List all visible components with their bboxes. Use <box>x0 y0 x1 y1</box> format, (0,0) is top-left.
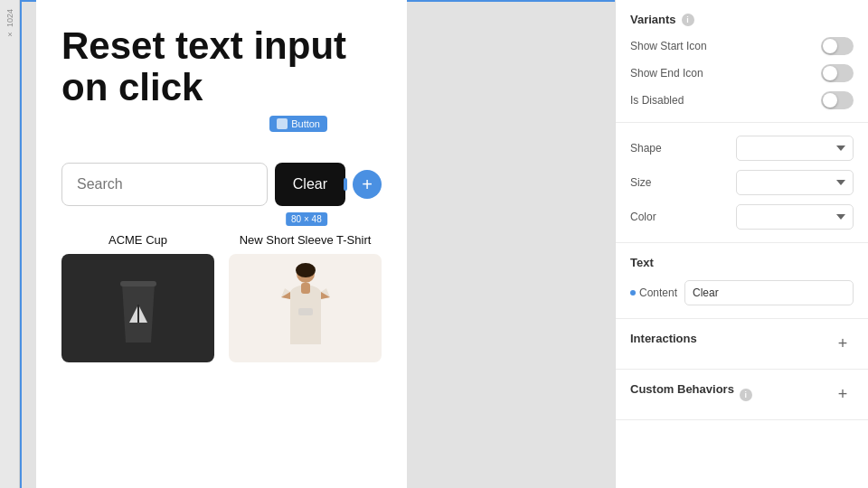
right-panel: Variants i Show Start Icon Show End Icon… <box>615 0 868 488</box>
canvas-area: × 1024 Reset text input on click Button <box>0 0 615 488</box>
custom-behaviors-section: Custom Behaviors i + <box>616 370 868 420</box>
interactions-title: Interactions <box>630 332 697 345</box>
content-dot <box>630 290 636 296</box>
resize-handle-right[interactable] <box>344 178 347 191</box>
color-row: Color <box>630 204 854 230</box>
tshirt-svg <box>274 263 337 353</box>
product-name-cup: ACME Cup <box>61 233 214 247</box>
product-card-tshirt: New Short Sleeve T-Shirt <box>229 233 382 362</box>
shape-label: Shape <box>630 142 662 155</box>
cup-svg <box>111 270 165 347</box>
is-disabled-row: Is Disabled <box>630 91 854 109</box>
search-row: Button Clear 80 × 48 + <box>61 163 382 206</box>
products-grid: ACME Cup <box>61 233 382 362</box>
is-disabled-label: Is Disabled <box>630 94 684 107</box>
variants-title-text: Variants <box>630 13 676 26</box>
color-select[interactable] <box>736 204 854 230</box>
size-badge: 80 × 48 <box>286 212 327 226</box>
search-input-wrapper <box>61 163 268 206</box>
canvas-inner: Reset text input on click Button <box>36 0 407 362</box>
svg-rect-0 <box>120 281 156 286</box>
custom-behaviors-info-icon: i <box>740 389 752 401</box>
canvas-frame: Reset text input on click Button <box>36 0 407 488</box>
product-card-cup: ACME Cup <box>61 233 214 362</box>
button-popup: Button <box>269 116 327 134</box>
show-start-icon-label: Show Start Icon <box>630 40 707 52</box>
product-name-tshirt: New Short Sleeve T-Shirt <box>229 233 382 247</box>
variants-info-icon: i <box>682 14 694 26</box>
selection-line-left <box>20 0 22 488</box>
text-title: Text <box>630 256 854 269</box>
interactions-add-button[interactable]: + <box>832 333 854 355</box>
shape-row: Shape <box>630 136 854 161</box>
custom-behaviors-row: Custom Behaviors i + <box>630 382 854 407</box>
color-label: Color <box>630 211 656 223</box>
size-row: Size <box>630 170 854 195</box>
content-input[interactable] <box>684 280 854 305</box>
show-start-icon-toggle[interactable] <box>821 37 854 55</box>
variants-title: Variants i <box>630 13 854 26</box>
button-tag-label: Button <box>291 118 320 129</box>
product-image-tshirt <box>229 254 382 362</box>
custom-behaviors-add-button[interactable]: + <box>832 384 854 406</box>
text-section: Text Content <box>616 243 868 319</box>
svg-rect-5 <box>298 308 313 315</box>
shape-size-color-section: Shape Size Color <box>616 123 868 243</box>
button-tag: Button <box>269 116 327 132</box>
interactions-row: Interactions + <box>630 332 854 356</box>
add-button[interactable]: + <box>353 170 382 199</box>
text-title-text: Text <box>630 256 654 269</box>
is-disabled-toggle[interactable] <box>821 91 854 109</box>
button-icon-sq <box>277 118 288 129</box>
show-start-icon-row: Show Start Icon <box>630 37 854 55</box>
show-end-icon-row: Show End Icon <box>630 64 854 82</box>
content-label-text: Content <box>639 286 677 299</box>
size-select[interactable] <box>736 170 854 195</box>
ruler-label: × 1024 <box>5 9 14 39</box>
ruler-vertical: × 1024 <box>0 0 20 488</box>
interactions-section: Interactions + <box>616 319 868 370</box>
content-row: Content <box>630 280 854 305</box>
shape-select[interactable] <box>736 136 854 161</box>
size-label: Size <box>630 176 651 189</box>
product-image-cup <box>61 254 214 362</box>
svg-rect-6 <box>301 283 310 294</box>
clear-button-container: Clear 80 × 48 <box>268 163 345 206</box>
clear-button[interactable]: Clear <box>275 163 345 206</box>
page-title: Reset text input on click <box>61 25 382 108</box>
custom-behaviors-title: Custom Behaviors <box>630 382 734 396</box>
svg-point-4 <box>296 263 316 277</box>
app-layout: × 1024 Reset text input on click Button <box>0 0 868 488</box>
variants-section: Variants i Show Start Icon Show End Icon… <box>616 0 868 123</box>
show-end-icon-toggle[interactable] <box>821 64 854 82</box>
search-input[interactable] <box>61 163 268 206</box>
content-label: Content <box>630 286 677 299</box>
show-end-icon-label: Show End Icon <box>630 67 703 80</box>
